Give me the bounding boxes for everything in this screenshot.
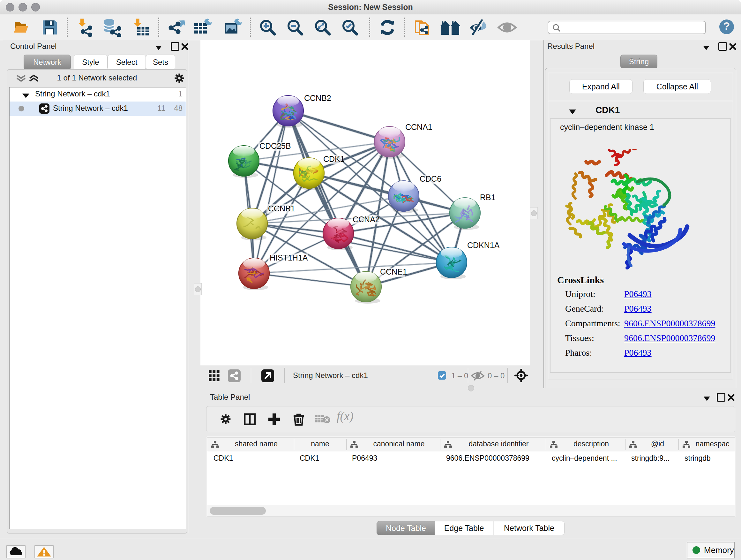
svg-text:CCNA1: CCNA1 (405, 123, 432, 132)
svg-text:CCNB2: CCNB2 (304, 94, 331, 103)
svg-text:HIST1H1A: HIST1H1A (270, 253, 308, 262)
svg-text:CCNE1: CCNE1 (380, 267, 407, 276)
svg-text:CCNA2: CCNA2 (353, 215, 380, 224)
svg-text:CDC25B: CDC25B (259, 141, 291, 150)
svg-text:CDC6: CDC6 (420, 174, 441, 183)
svg-text:RB1: RB1 (480, 193, 495, 202)
svg-text:CDK1: CDK1 (323, 154, 345, 164)
svg-text:CCNB1: CCNB1 (268, 204, 295, 213)
svg-text:CDKN1A: CDKN1A (467, 241, 500, 250)
